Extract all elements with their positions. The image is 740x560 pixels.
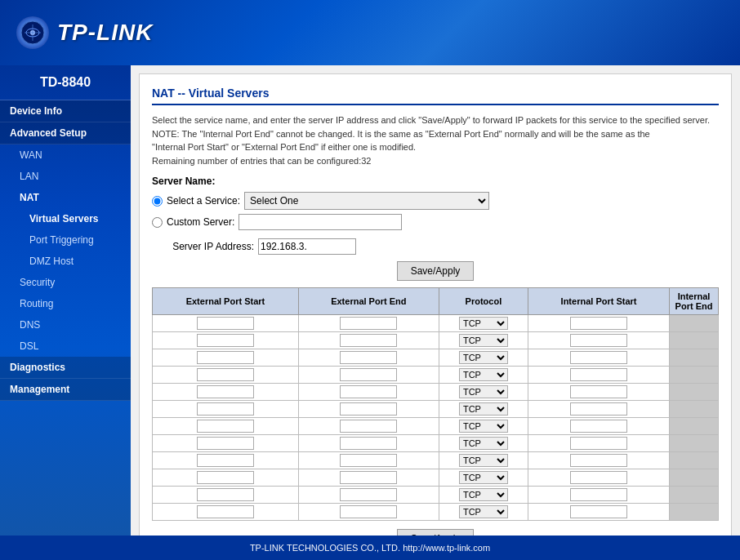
col-ext-port-end: External Port End [298,288,439,315]
ext-port-end-input[interactable] [340,420,397,433]
protocol-select[interactable]: TCPUDPTCP/UDP [459,385,508,398]
int-port-start-input[interactable] [570,402,627,416]
server-ip-input[interactable] [258,238,356,255]
logo-area: TP-LINK [16,16,153,49]
sidebar-item-dmz-host[interactable]: DMZ Host [0,251,131,272]
description: Select the service name, and enter the s… [152,113,719,167]
int-port-start-input[interactable] [570,334,627,347]
ext-port-start-input[interactable] [197,454,254,467]
ext-port-end-input[interactable] [340,351,397,364]
sidebar-item-diagnostics[interactable]: Diagnostics [0,357,131,379]
sidebar-item-advanced-setup[interactable]: Advanced Setup [0,122,131,144]
sidebar-item-dsl[interactable]: DSL [0,336,131,357]
ext-port-start-input[interactable] [197,402,254,416]
custom-server-radio[interactable] [152,217,163,228]
save-apply-button-bottom[interactable]: Save/Apply [397,529,475,536]
ext-port-end-input[interactable] [340,454,397,467]
ext-port-start-input[interactable] [197,368,254,381]
ext-port-end-input[interactable] [340,385,397,398]
table-row: TCPUDPTCP/UDP [153,469,719,487]
service-select[interactable]: Select One [244,192,489,210]
ext-port-start-input[interactable] [197,471,254,484]
ext-port-end-input[interactable] [340,317,397,330]
footer-text: TP-LINK TECHNOLOGIES CO., LTD. http://ww… [250,543,490,553]
ext-port-end-input[interactable] [340,505,397,518]
protocol-select[interactable]: TCPUDPTCP/UDP [459,368,508,381]
int-port-end-cell [670,332,719,349]
ext-port-end-input[interactable] [340,368,397,381]
ext-port-end-input[interactable] [340,402,397,416]
int-port-start-input[interactable] [570,368,627,381]
protocol-select[interactable]: TCPUDPTCP/UDP [459,454,508,467]
int-port-end-cell [670,401,719,418]
int-port-start-input[interactable] [570,454,627,467]
select-service-radio[interactable] [152,196,163,207]
table-row: TCPUDPTCP/UDP [153,418,719,435]
int-port-end-cell [670,452,719,469]
custom-server-label: Custom Server: [167,216,234,228]
custom-server-input[interactable] [238,214,402,230]
ext-port-start-input[interactable] [197,334,254,347]
int-port-start-input[interactable] [570,505,627,518]
protocol-select[interactable]: TCPUDPTCP/UDP [459,402,508,416]
int-port-start-input[interactable] [570,437,627,450]
select-service-row: Select a Service: Select One [152,192,719,210]
sidebar-item-port-triggering[interactable]: Port Triggering [0,229,131,251]
desc-line2: NOTE: The "Internal Port End" cannot be … [152,129,650,139]
protocol-select[interactable]: TCPUDPTCP/UDP [459,351,508,364]
sidebar-item-lan[interactable]: LAN [0,166,131,187]
sidebar-item-dns[interactable]: DNS [0,314,131,336]
int-port-end-cell [670,435,719,452]
ext-port-start-input[interactable] [197,437,254,450]
sidebar-item-routing[interactable]: Routing [0,293,131,314]
int-port-start-input[interactable] [570,351,627,364]
ext-port-start-input[interactable] [197,351,254,364]
int-port-start-input[interactable] [570,471,627,484]
protocol-select[interactable]: TCPUDPTCP/UDP [459,437,508,450]
ext-port-end-input[interactable] [340,437,397,450]
save-btn-row-bottom: Save/Apply [152,529,719,536]
sidebar-item-nat[interactable]: NAT [0,187,131,208]
int-port-start-input[interactable] [570,420,627,433]
ext-port-end-input[interactable] [340,334,397,347]
table-row: TCPUDPTCP/UDP [153,401,719,418]
col-int-port-start: Internal Port Start [528,288,670,315]
protocol-select[interactable]: TCPUDPTCP/UDP [459,488,508,501]
table-row: TCPUDPTCP/UDP [153,367,719,384]
sidebar-item-virtual-servers[interactable]: Virtual Servers [0,208,131,229]
sidebar: TD-8840 Device Info Advanced Setup WAN L… [0,65,131,536]
ext-port-end-input[interactable] [340,488,397,501]
logo-text: TP-LINK [57,20,153,46]
int-port-end-cell [670,367,719,384]
col-protocol: Protocol [439,288,528,315]
ext-port-start-input[interactable] [197,317,254,330]
table-row: TCPUDPTCP/UDP [153,487,719,504]
protocol-select[interactable]: TCPUDPTCP/UDP [459,471,508,484]
sidebar-item-wan[interactable]: WAN [0,144,131,166]
int-port-start-input[interactable] [570,385,627,398]
table-row: TCPUDPTCP/UDP [153,349,719,367]
protocol-select[interactable]: TCPUDPTCP/UDP [459,317,508,330]
ext-port-end-input[interactable] [340,471,397,484]
col-int-port-end: Internal Port End [670,288,719,315]
save-apply-button-top[interactable]: Save/Apply [397,261,475,281]
int-port-start-input[interactable] [570,317,627,330]
int-port-end-cell [670,384,719,401]
desc-line3: "Internal Port Start" or "External Port … [152,142,416,152]
sidebar-item-device-info[interactable]: Device Info [0,100,131,122]
table-row: TCPUDPTCP/UDP [153,332,719,349]
ext-port-start-input[interactable] [197,488,254,501]
protocol-select[interactable]: TCPUDPTCP/UDP [459,505,508,518]
sidebar-item-security[interactable]: Security [0,272,131,293]
ext-port-start-input[interactable] [197,420,254,433]
protocol-select[interactable]: TCPUDPTCP/UDP [459,420,508,433]
sidebar-item-management[interactable]: Management [0,379,131,401]
device-model: TD-8840 [0,65,131,100]
int-port-start-input[interactable] [570,488,627,501]
ext-port-start-input[interactable] [197,385,254,398]
ext-port-start-input[interactable] [197,505,254,518]
footer: TP-LINK TECHNOLOGIES CO., LTD. http://ww… [0,536,740,560]
protocol-select[interactable]: TCPUDPTCP/UDP [459,334,508,347]
server-ip-row: Server IP Address: [156,238,719,255]
header: TP-LINK [0,0,740,65]
